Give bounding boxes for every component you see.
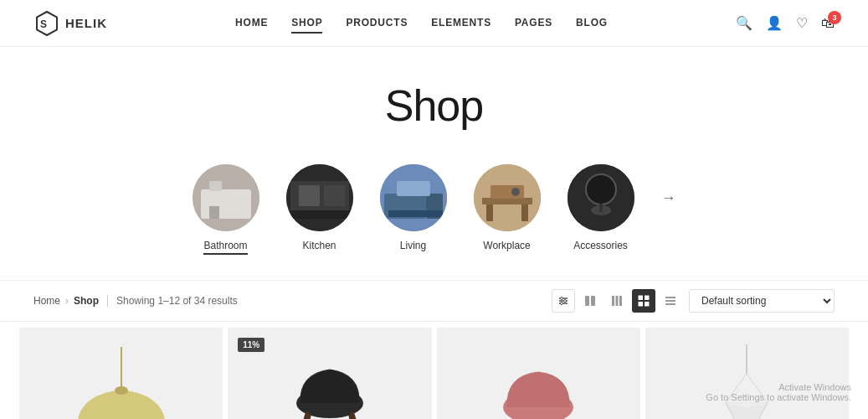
product-card[interactable]: CAFES Bai Armchair	[434, 325, 643, 419]
product-image	[437, 328, 640, 419]
sort-select[interactable]: Default sorting Sort by popularity Sort …	[689, 289, 835, 313]
bai-armchair-black-image	[275, 340, 384, 419]
wishlist-icon[interactable]: ♡	[796, 15, 808, 31]
view-list-button[interactable]	[659, 289, 682, 313]
svg-rect-25	[599, 204, 603, 212]
category-kitchen-image	[286, 164, 353, 231]
svg-rect-17	[482, 198, 532, 204]
svg-rect-8	[290, 210, 349, 219]
svg-point-46	[115, 386, 128, 395]
svg-line-48	[296, 414, 307, 419]
category-workplace-image	[474, 164, 541, 231]
svg-point-21	[511, 188, 520, 196]
logo-icon: S	[33, 10, 60, 37]
svg-rect-33	[591, 296, 595, 306]
svg-rect-9	[299, 185, 320, 206]
toolbar-right: Default sorting Sort by popularity Sort …	[552, 289, 835, 313]
account-icon[interactable]: 👤	[766, 15, 783, 31]
cart-badge: 3	[828, 11, 841, 24]
svg-text:S: S	[40, 18, 48, 30]
svg-point-31	[561, 303, 563, 305]
svg-rect-5	[209, 206, 219, 219]
nav-blog[interactable]: BLOG	[576, 17, 608, 30]
product-card[interactable]: 11% SOLUTIONS Bai Armchair	[225, 325, 434, 419]
breadcrumb-home[interactable]: Home	[33, 295, 60, 307]
svg-rect-3	[201, 189, 251, 219]
svg-marker-55	[726, 374, 768, 407]
category-workplace[interactable]: Workplace	[474, 164, 541, 251]
svg-rect-36	[619, 296, 622, 306]
bai-armchair-pink-image	[484, 340, 593, 419]
header: S HELIK HOME SHOP PRODUCTS ELEMENTS PAGE…	[0, 0, 868, 47]
accessories-preview	[568, 164, 634, 231]
categories-arrow[interactable]: →	[661, 164, 676, 207]
nav-home[interactable]: HOME	[235, 17, 268, 30]
kitchen-preview	[286, 164, 353, 231]
breadcrumb-separator: ›	[65, 295, 69, 307]
logo-text: HELIK	[65, 16, 107, 30]
list-icon	[665, 295, 676, 307]
svg-point-45	[78, 391, 165, 420]
results-count: Showing 1–12 of 34 results	[116, 295, 238, 307]
ambit-pendant-light-image	[63, 343, 180, 420]
svg-point-30	[564, 300, 567, 303]
breadcrumb-current: Shop	[74, 295, 99, 307]
svg-rect-40	[645, 302, 650, 307]
nav-products[interactable]: PRODUCTS	[346, 17, 408, 30]
bathroom-preview	[193, 164, 259, 231]
category-living-image	[380, 164, 447, 231]
nav-pages[interactable]: PAGES	[515, 17, 552, 30]
breadcrumb-divider	[107, 295, 108, 307]
svg-rect-4	[209, 181, 222, 191]
svg-point-23	[586, 174, 616, 204]
product-card[interactable]: LAMP Bubble Pendant Light	[643, 325, 851, 419]
nav-shop[interactable]: SHOP	[291, 17, 322, 30]
category-accessories-image	[568, 164, 634, 231]
category-bathroom-label: Bathroom	[203, 240, 247, 255]
product-grid: W-ACS Ambit Pendant Light 11% SOLUTIONS …	[0, 325, 868, 419]
grid2-icon	[584, 295, 596, 307]
product-badge: 11%	[238, 338, 265, 352]
category-accessories-label: Accessories	[573, 240, 628, 251]
svg-rect-41	[665, 297, 675, 298]
breadcrumb: Home › Shop	[33, 295, 99, 307]
svg-rect-42	[665, 300, 675, 302]
logo[interactable]: S HELIK	[33, 10, 107, 37]
view-2col-button[interactable]	[578, 289, 602, 313]
svg-rect-34	[612, 296, 614, 306]
svg-rect-37	[639, 296, 644, 301]
product-image	[19, 328, 223, 419]
cart-icon[interactable]: 🛍 3	[821, 16, 835, 31]
category-bathroom[interactable]: Bathroom	[193, 164, 259, 255]
filter-icon	[557, 295, 569, 307]
view-3col-button[interactable]	[605, 289, 629, 313]
category-kitchen-label: Kitchen	[302, 240, 336, 251]
svg-rect-19	[521, 204, 528, 221]
svg-point-29	[561, 297, 563, 300]
view-4col-button[interactable]	[632, 289, 655, 313]
filter-button[interactable]	[552, 289, 575, 313]
main-nav: HOME SHOP PRODUCTS ELEMENTS PAGES BLOG	[235, 17, 608, 30]
svg-rect-35	[616, 296, 619, 306]
category-accessories[interactable]: Accessories	[568, 164, 634, 251]
product-card[interactable]: W-ACS Ambit Pendant Light	[17, 325, 225, 419]
svg-rect-43	[665, 303, 675, 305]
grid4-icon	[638, 295, 650, 307]
category-bathroom-image	[193, 164, 259, 231]
product-image	[645, 328, 849, 419]
category-kitchen[interactable]: Kitchen	[286, 164, 353, 251]
header-icons: 🔍 👤 ♡ 🛍 3	[736, 15, 835, 31]
product-image: 11%	[228, 328, 431, 419]
nav-elements[interactable]: ELEMENTS	[431, 17, 491, 30]
search-icon[interactable]: 🔍	[736, 15, 752, 31]
category-living-label: Living	[400, 240, 426, 251]
svg-rect-38	[645, 296, 650, 301]
workplace-preview	[474, 164, 541, 231]
bubble-pendant-light-image	[692, 340, 801, 419]
grid3-icon	[611, 295, 623, 307]
hero-section: Shop	[0, 47, 868, 147]
category-workplace-label: Workplace	[483, 240, 530, 251]
view-icons	[552, 289, 682, 313]
category-living[interactable]: Living	[380, 164, 447, 251]
svg-rect-14	[388, 210, 443, 217]
